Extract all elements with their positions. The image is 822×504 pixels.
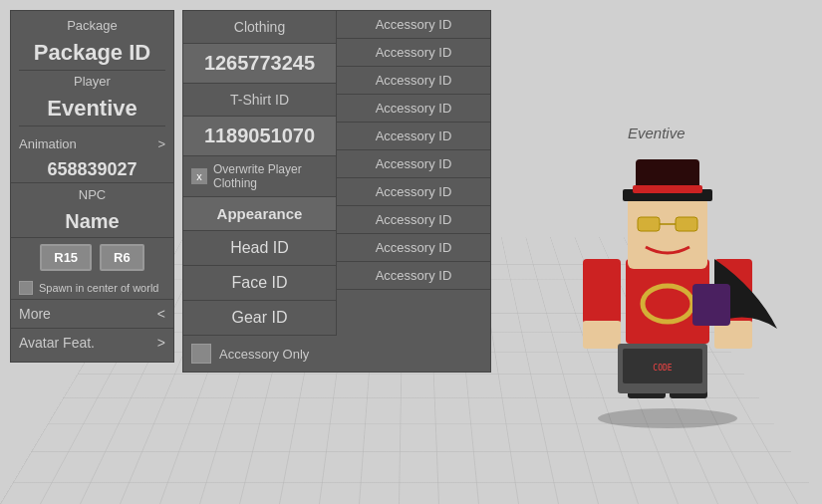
buttons-row: R15 R6 (11, 238, 173, 277)
clothing-value[interactable]: 1265773245 (183, 44, 336, 84)
accessory-id-4[interactable]: Accessory ID (337, 123, 490, 150)
tshirt-header: T-Shirt ID (183, 84, 336, 117)
player-name: Eventive (19, 92, 165, 126)
right-sunglass (676, 217, 697, 231)
npc-label: NPC (11, 183, 173, 206)
character-shadow (598, 408, 737, 428)
laptop-text: CODE (653, 364, 672, 373)
appearance-header: Appearance (183, 197, 336, 231)
accessory-only-checkbox[interactable] (191, 344, 211, 364)
package-label: Package (19, 15, 165, 36)
tshirt-value[interactable]: 1189051070 (183, 117, 336, 156)
spawn-row: Spawn in center of world (11, 277, 173, 299)
character-svg: CODE (528, 129, 807, 428)
left-hand (583, 321, 621, 349)
accessory-id-1[interactable]: Accessory ID (337, 39, 490, 67)
head (628, 197, 707, 269)
accessory-id-6[interactable]: Accessory ID (337, 178, 490, 206)
accessory-id-3[interactable]: Accessory ID (337, 95, 490, 123)
character-name-label: Eventive (628, 125, 685, 141)
accessory-id-2[interactable]: Accessory ID (337, 67, 490, 95)
right-column: Accessory ID Accessory ID Accessory ID A… (337, 11, 490, 336)
head-id[interactable]: Head ID (183, 231, 336, 266)
accessory-id-7[interactable]: Accessory ID (337, 206, 490, 234)
bag (692, 284, 730, 326)
accessory-only-label: Accessory Only (219, 347, 309, 362)
gear-id[interactable]: Gear ID (183, 301, 336, 336)
spawn-label: Spawn in center of world (39, 282, 158, 294)
left-column: Clothing 1265773245 T-Shirt ID 118905107… (183, 11, 337, 336)
left-arm (583, 259, 621, 324)
bottom-row: Accessory Only (183, 336, 490, 372)
accessory-id-8[interactable]: Accessory ID (337, 234, 490, 262)
package-id-label: Package ID (19, 36, 165, 70)
more-row[interactable]: More < (11, 299, 173, 328)
avatar-arrow: > (157, 335, 165, 351)
avatar-label: Avatar Feat. (19, 335, 95, 351)
character-area: CODE (528, 129, 807, 428)
accessory-id-9[interactable]: Accessory ID (337, 262, 490, 290)
hat-band (633, 185, 702, 193)
overwrite-close-button[interactable]: x (191, 168, 207, 184)
divider-2 (19, 126, 165, 126)
animation-arrow: > (157, 136, 165, 151)
avatar-row[interactable]: Avatar Feat. > (11, 328, 173, 357)
more-arrow: < (157, 306, 165, 322)
left-sunglass (638, 217, 660, 231)
player-label: Player (19, 71, 165, 92)
clothing-header: Clothing (183, 11, 336, 44)
animation-value: 658839027 (11, 157, 173, 182)
accessory-id-0[interactable]: Accessory ID (337, 11, 490, 39)
overwrite-label: Overwrite Player Clothing (213, 162, 328, 190)
accessory-id-5[interactable]: Accessory ID (337, 150, 490, 178)
left-panel: Package Package ID Player Eventive Anima… (10, 10, 174, 363)
right-panel: Clothing 1265773245 T-Shirt ID 118905107… (182, 10, 491, 373)
name-label: Name (11, 206, 173, 237)
animation-label: Animation (19, 136, 77, 151)
spawn-checkbox[interactable] (19, 281, 33, 295)
r6-button[interactable]: R6 (100, 244, 144, 271)
face-id[interactable]: Face ID (183, 266, 336, 301)
r15-button[interactable]: R15 (40, 244, 92, 271)
overwrite-row: x Overwrite Player Clothing (183, 156, 336, 197)
more-label: More (19, 306, 51, 322)
animation-row[interactable]: Animation > (11, 130, 173, 157)
